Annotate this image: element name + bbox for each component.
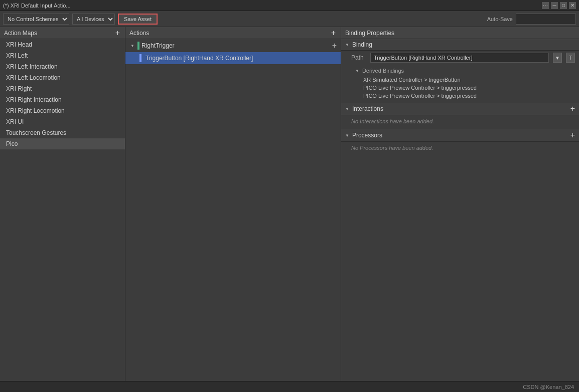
toolbar: No Control Schemes All Devices Save Asse… xyxy=(0,11,579,27)
path-row: Path ▼ T xyxy=(341,51,579,65)
path-input[interactable] xyxy=(370,53,549,63)
binding-section-arrow: ▼ xyxy=(345,43,349,47)
processors-arrow: ▼ xyxy=(345,133,349,138)
path-dropdown-button[interactable]: ▼ xyxy=(553,53,562,63)
interactions-arrow: ▼ xyxy=(345,107,349,111)
add-action-map-button[interactable]: + xyxy=(114,29,121,37)
derived-binding-item: XR Simulated Controller > triggerButton xyxy=(363,76,575,84)
binding-color-bar xyxy=(139,54,141,62)
status-bar: CSDN @Kenan_824 xyxy=(0,381,579,392)
more-options-button[interactable]: ⋯ xyxy=(542,2,549,9)
action-map-item[interactable]: XRI Head xyxy=(0,39,125,50)
actions-header: Actions + xyxy=(125,27,341,39)
binding-section-title: Binding xyxy=(352,41,372,48)
add-processor-button[interactable]: + xyxy=(570,131,575,139)
action-map-item[interactable]: XRI Right Locomotion xyxy=(0,105,125,116)
expand-arrow-icon: ▼ xyxy=(129,43,135,49)
no-processors-text: No Processors have been added. xyxy=(341,142,579,154)
action-map-item-pico[interactable]: Pico xyxy=(0,138,125,149)
actions-panel: Actions + ▼ RightTrigger + TriggerButton… xyxy=(125,27,341,381)
binding-label: TriggerButton [RightHand XR Controller] xyxy=(146,55,253,62)
right-trigger-action[interactable]: ▼ RightTrigger + xyxy=(125,39,341,52)
action-map-item[interactable]: XRI Left Interaction xyxy=(0,61,125,72)
interactions-section-header: ▼ Interactions + xyxy=(341,103,579,115)
maximize-button[interactable]: □ xyxy=(560,2,567,9)
action-maps-title: Action Maps xyxy=(4,30,37,37)
auto-save-label: Auto-Save xyxy=(487,16,513,22)
derived-binding-item: PICO Live Preview Controller > triggerpr… xyxy=(363,84,575,92)
processors-section: ▼ Processors + No Processors have been a… xyxy=(341,129,579,154)
no-interactions-text: No Interactions have been added. xyxy=(341,115,579,127)
derived-binding-item: PICO Live Preview Controller > triggerpr… xyxy=(363,92,575,100)
title-bar: (*) XRI Default Input Actio... ⋯ ─ □ ✕ xyxy=(0,0,579,11)
all-devices-select[interactable]: All Devices xyxy=(72,14,115,25)
binding-properties-title: Binding Properties xyxy=(345,30,394,37)
processors-title: Processors xyxy=(352,132,382,139)
add-interaction-button[interactable]: + xyxy=(570,105,575,113)
action-map-item[interactable]: XRI Left Locomotion xyxy=(0,72,125,83)
derived-bindings-section: ▼ Derived Bindings XR Simulated Controll… xyxy=(341,65,579,101)
title-bar-left: (*) XRI Default Input Actio... xyxy=(3,3,71,9)
path-label: Path xyxy=(351,54,366,61)
actions-title: Actions xyxy=(129,30,149,37)
title-bar-controls: ⋯ ─ □ ✕ xyxy=(542,2,576,9)
action-label: RightTrigger xyxy=(141,42,175,49)
actions-list: ▼ RightTrigger + TriggerButton [RightHan… xyxy=(125,39,341,64)
minimize-button[interactable]: ─ xyxy=(551,2,558,9)
action-map-item[interactable]: XRI Right Interaction xyxy=(0,94,125,105)
action-map-item[interactable]: XRI UI xyxy=(0,116,125,127)
path-T-button[interactable]: T xyxy=(566,53,575,63)
action-maps-header: Action Maps + xyxy=(0,27,125,39)
action-color-bar xyxy=(137,42,139,50)
status-text: CSDN @Kenan_824 xyxy=(523,384,574,390)
control-scheme-select[interactable]: No Control Schemes xyxy=(3,14,69,25)
action-map-item[interactable]: Touchscreen Gestures xyxy=(0,127,125,138)
add-action-button[interactable]: + xyxy=(330,29,337,37)
action-maps-panel: Action Maps + XRI Head XRI Left XRI Left… xyxy=(0,27,125,381)
search-input[interactable] xyxy=(516,14,576,25)
derived-bindings-arrow: ▼ xyxy=(355,69,359,73)
derived-bindings-list: XR Simulated Controller > triggerButton … xyxy=(355,76,575,100)
close-button[interactable]: ✕ xyxy=(569,2,576,9)
main-layout: Action Maps + XRI Head XRI Left XRI Left… xyxy=(0,27,579,381)
derived-bindings-label: Derived Bindings xyxy=(362,67,404,75)
binding-properties-panel: Binding Properties ▼ Binding Path ▼ T ▼ … xyxy=(341,27,579,381)
action-maps-list: XRI Head XRI Left XRI Left Interaction X… xyxy=(0,39,125,149)
trigger-button-binding[interactable]: TriggerButton [RightHand XR Controller] xyxy=(125,52,341,64)
add-binding-button[interactable]: + xyxy=(332,41,337,50)
save-asset-button[interactable]: Save Asset xyxy=(118,14,158,25)
interactions-title: Interactions xyxy=(352,105,383,112)
binding-properties-header: Binding Properties xyxy=(341,27,579,39)
window-title: (*) XRI Default Input Actio... xyxy=(3,3,71,9)
processors-section-header: ▼ Processors + xyxy=(341,129,579,142)
interactions-section: ▼ Interactions + No Interactions have be… xyxy=(341,103,579,127)
action-map-item[interactable]: XRI Left xyxy=(0,50,125,61)
action-map-item[interactable]: XRI Right xyxy=(0,83,125,94)
binding-section-header: ▼ Binding xyxy=(341,39,579,51)
